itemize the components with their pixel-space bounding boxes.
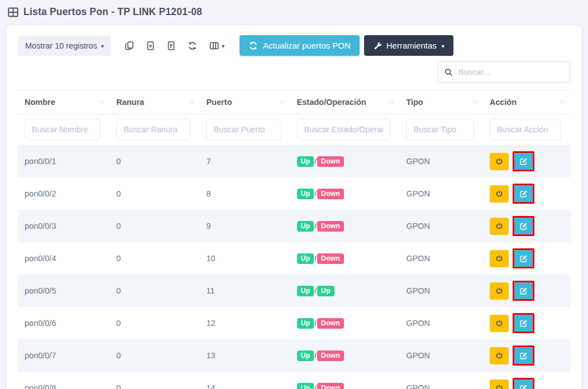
filter-estado-operacion-input[interactable]: [297, 119, 391, 140]
badge-separator: /: [314, 222, 317, 230]
page-title: Lista Puertos Pon - TP LINK P1201-08: [0, 0, 588, 18]
estado-badge: Up: [297, 286, 314, 296]
cell-estado-operacion: Up/Down: [290, 145, 400, 177]
cell-tipo: GPON: [399, 210, 482, 242]
update-pon-ports-button[interactable]: Actualizar puertos PON: [240, 35, 360, 56]
column-header-estado-operacion[interactable]: Estado/Operación↑↓: [290, 90, 400, 114]
cell-tipo: GPON: [399, 177, 482, 210]
cell-accion: [483, 307, 570, 339]
column-header-puerto[interactable]: Puerto↑↓: [199, 90, 290, 114]
column-visibility-button[interactable]: ▾: [203, 37, 231, 55]
power-button[interactable]: [490, 380, 509, 389]
edit-button[interactable]: [514, 347, 533, 364]
column-header-accion[interactable]: Acción↑↓: [483, 90, 570, 114]
cell-puerto: 8: [199, 177, 290, 210]
sort-icon[interactable]: ↑↓: [280, 98, 285, 104]
power-icon: [495, 287, 503, 295]
badge-separator: /: [314, 383, 317, 389]
estado-badge: Up: [297, 350, 314, 361]
edit-icon: [519, 254, 528, 263]
edit-button-highlight: [513, 184, 534, 204]
sort-icon[interactable]: ↑↓: [99, 98, 104, 104]
cell-tipo: GPON: [399, 145, 482, 177]
sort-icon[interactable]: ↑↓: [472, 98, 477, 104]
power-button[interactable]: [490, 218, 509, 235]
edit-button[interactable]: [514, 250, 533, 267]
filter-puerto-input[interactable]: [206, 119, 281, 140]
badge-separator: /: [314, 254, 317, 262]
edit-button-highlight: [513, 151, 534, 171]
edit-icon: [519, 222, 528, 230]
edit-button[interactable]: [514, 218, 533, 234]
cell-puerto: 12: [199, 307, 290, 339]
badge-separator: /: [314, 157, 317, 165]
excel-export-button[interactable]: [140, 37, 161, 55]
operacion-badge: Down: [317, 253, 344, 264]
cell-puerto: 13: [199, 339, 290, 372]
export-buttons: ▾: [119, 37, 231, 55]
column-label: Puerto: [206, 98, 232, 107]
filter-accion-input[interactable]: [490, 119, 561, 140]
table-row: pon0/0/5011Up/UpGPON: [18, 275, 570, 307]
column-header-tipo[interactable]: Tipo↑↓: [399, 90, 482, 114]
cell-nombre: pon0/0/6: [18, 307, 109, 339]
estado-badge: Up: [297, 156, 314, 167]
filter-row: [18, 114, 570, 146]
cell-estado-operacion: Up/Down: [290, 210, 400, 242]
column-header-ranura[interactable]: Ranura↑↓: [109, 90, 199, 114]
tools-label: Herramientas: [386, 41, 437, 50]
cell-accion: [483, 145, 570, 177]
cell-accion: [483, 210, 570, 242]
cell-ranura: 0: [109, 275, 199, 307]
edit-button[interactable]: [514, 185, 533, 202]
filter-nombre-input[interactable]: [25, 119, 101, 140]
edit-icon: [519, 287, 528, 295]
column-label: Acción: [490, 98, 517, 107]
power-button[interactable]: [490, 153, 509, 170]
sort-icon[interactable]: ↑↓: [560, 98, 565, 104]
edit-icon: [519, 352, 528, 360]
row-actions: [490, 345, 565, 366]
edit-button[interactable]: [514, 315, 533, 332]
power-icon: [495, 157, 503, 165]
edit-icon: [519, 384, 528, 389]
document-export-button[interactable]: [161, 37, 181, 55]
power-button[interactable]: [490, 347, 509, 364]
power-button[interactable]: [490, 315, 509, 332]
table-row: pon0/0/107Up/DownGPON: [18, 145, 570, 177]
cell-nombre: pon0/0/7: [18, 339, 109, 372]
copy-button[interactable]: [119, 37, 140, 55]
operacion-badge: Down: [317, 189, 344, 199]
reload-table-button[interactable]: [181, 37, 203, 55]
power-icon: [495, 319, 503, 327]
badge-separator: /: [314, 319, 317, 327]
sort-icon[interactable]: ↑↓: [189, 98, 194, 104]
edit-button-highlight: [513, 313, 534, 333]
filter-ranura-input[interactable]: [116, 119, 190, 140]
cell-ranura: 0: [109, 242, 199, 275]
cell-estado-operacion: Up/Down: [290, 372, 400, 389]
tools-dropdown-button[interactable]: Herramientas ▾: [364, 35, 453, 56]
wrench-icon: [373, 41, 381, 50]
power-button[interactable]: [490, 250, 509, 267]
columns-icon: [209, 41, 219, 50]
badge-separator: /: [314, 189, 317, 198]
column-header-nombre[interactable]: Nombre↑↓: [18, 90, 109, 114]
edit-button[interactable]: [514, 380, 533, 389]
sort-icon[interactable]: ↑↓: [389, 98, 394, 104]
edit-button[interactable]: [514, 153, 533, 170]
filter-tipo-input[interactable]: [406, 119, 474, 140]
power-button[interactable]: [490, 282, 509, 300]
power-icon: [495, 384, 503, 389]
row-actions: [490, 151, 565, 171]
cell-tipo: GPON: [399, 339, 482, 372]
show-entries-button[interactable]: Mostrar 10 registros ▾: [18, 36, 111, 56]
power-button[interactable]: [490, 185, 509, 203]
cell-estado-operacion: Up/Down: [290, 339, 400, 372]
edit-button-highlight: [513, 345, 534, 366]
update-pon-ports-label: Actualizar puertos PON: [263, 41, 351, 50]
search-input[interactable]: [458, 68, 563, 76]
edit-button[interactable]: [514, 282, 533, 299]
table-row: pon0/0/7013Up/DownGPON: [18, 339, 570, 372]
column-label: Ranura: [116, 98, 144, 107]
